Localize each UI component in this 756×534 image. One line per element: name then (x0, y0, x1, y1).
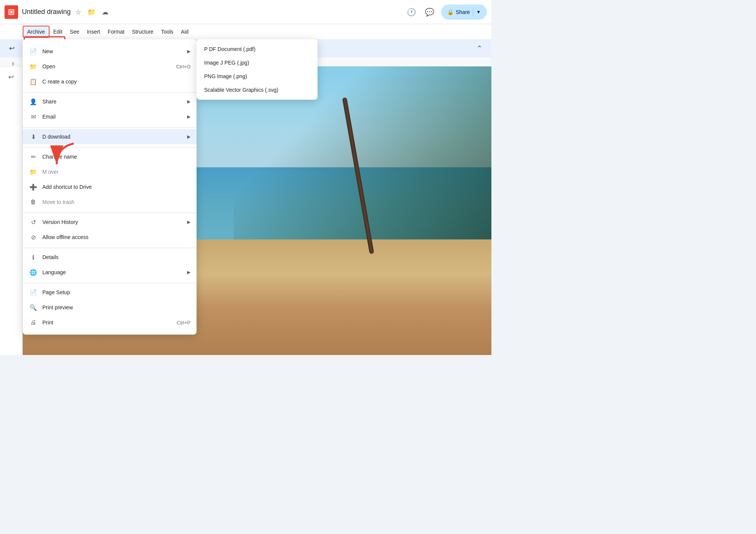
open-label: Open (42, 63, 172, 69)
menu-item-page-setup[interactable]: 📄 Page Setup (23, 285, 197, 300)
menu-item-structure[interactable]: Structure (128, 26, 157, 37)
menu-item-share[interactable]: 👤 Share ▶ (23, 94, 197, 109)
app-icon (5, 5, 18, 19)
svg-point-1 (10, 11, 12, 13)
menu-item-create-copy[interactable]: 📋 C reate a copy (23, 74, 197, 89)
menu-item-edit[interactable]: Edit (50, 26, 66, 37)
open-shortcut: Ctrl+O (176, 64, 191, 69)
menu-item-version-history[interactable]: ↺ Version History ▶ (23, 215, 197, 230)
file-menu-dropdown: 📄 New ▶ 📁 Open Ctrl+O 📋 C reate a copy 👤… (23, 39, 197, 335)
menu-section-7: 📄 Page Setup 🔍 Print preview 🖨 Print Ctr… (23, 283, 197, 332)
details-label: Details (42, 254, 191, 260)
shortcut-icon: ➕ (29, 182, 38, 191)
share-menu-label: Share (42, 99, 183, 105)
menu-item-details[interactable]: ℹ Details (23, 250, 197, 265)
email-label: Email (42, 114, 183, 120)
collapse-button[interactable]: ⌃ (474, 42, 485, 55)
lock-icon: 🔒 (447, 9, 454, 15)
print-icon: 🖨 (29, 318, 38, 327)
menu-item-aid[interactable]: Aid (177, 26, 192, 37)
page-setup-label: Page Setup (42, 289, 191, 295)
top-bar: Untitled drawing ☆ 📁 ☁ 🕐 💬 🔒 Share ▼ (0, 0, 491, 24)
left-panel: ↩ (0, 66, 23, 355)
menu-item-add-shortcut[interactable]: ➕ Add shortcut to Drive (23, 179, 197, 194)
share-arrow: ▶ (187, 99, 191, 104)
menu-item-offline[interactable]: ⊘ Allow offline access (23, 230, 197, 245)
open-icon: 📁 (29, 62, 38, 71)
share-divider (473, 8, 473, 17)
print-shortcut: Ctrl+P (177, 320, 191, 326)
menu-section-2: 👤 Share ▶ ✉ Email ▶ (23, 92, 197, 126)
print-label: Print (42, 319, 172, 326)
version-arrow: ▶ (187, 219, 191, 225)
menu-item-archive[interactable]: Archive (23, 26, 50, 38)
undo-button[interactable]: ↩ (6, 42, 18, 55)
comments-icon[interactable]: 💬 (423, 5, 437, 19)
email-icon: ✉ (29, 112, 38, 121)
menu-item-email[interactable]: ✉ Email ▶ (23, 109, 197, 124)
offline-icon: ⊘ (29, 233, 38, 242)
menu-item-rename[interactable]: ✏ Chan he name (23, 149, 197, 164)
move-label: M over (42, 169, 191, 175)
menu-section-6: ℹ Details 🌐 Language ▶ (23, 248, 197, 281)
download-icon: ⬇ (29, 132, 38, 141)
trash-label: Move to trash (42, 199, 191, 205)
document-title: Untitled drawing (22, 8, 71, 16)
menu-item-language[interactable]: 🌐 Language ▶ (23, 265, 197, 280)
shortcut-label: Add shortcut to Drive (42, 184, 191, 190)
toolbar-right: ⌃ (474, 42, 485, 55)
new-arrow: ▶ (187, 49, 191, 54)
title-icons: ☆ 📁 ☁ (74, 6, 110, 18)
copy-icon: 📋 (29, 77, 38, 86)
language-arrow: ▶ (187, 270, 191, 275)
submenu-png[interactable]: PNG Image (.png) (197, 69, 318, 83)
download-arrow: ▶ (187, 134, 191, 139)
menu-item-insert[interactable]: Insert (83, 26, 104, 37)
new-icon: 📄 (29, 47, 38, 56)
menu-section-5: ↺ Version History ▶ ⊘ Allow offline acce… (23, 213, 197, 246)
download-label: D download (42, 134, 183, 140)
move-icon: 📁 (29, 167, 38, 176)
details-icon: ℹ (29, 253, 38, 262)
menu-item-new[interactable]: 📄 New ▶ (23, 44, 197, 59)
menu-item-tools[interactable]: Tools (157, 26, 177, 37)
top-right-actions: 🕐 💬 🔒 Share ▼ (405, 5, 487, 20)
menu-item-move[interactable]: 📁 M over (23, 164, 197, 179)
menu-section-3: ⬇ D download ▶ (23, 127, 197, 146)
submenu-svg[interactable]: Scalable Vector Graphics (.svg) (197, 83, 318, 97)
star-icon[interactable]: ☆ (74, 6, 83, 18)
version-label: Version History (42, 219, 183, 225)
menu-item-open[interactable]: 📁 Open Ctrl+O (23, 59, 197, 74)
language-icon: 🌐 (29, 268, 38, 277)
cloud-icon[interactable]: ☁ (100, 6, 110, 18)
print-preview-label: Print preview (42, 304, 191, 310)
share-button[interactable]: 🔒 Share ▼ (441, 5, 487, 20)
menu-bar: Archive Edit See Insert Format Structure… (0, 24, 491, 39)
ruler-num-8: 8 (6, 62, 20, 66)
new-label: New (42, 48, 183, 54)
menu-item-format[interactable]: Format (104, 26, 128, 37)
page-setup-icon: 📄 (29, 288, 38, 297)
share-dropdown-arrow[interactable]: ▼ (476, 9, 481, 15)
rename-label: Chan he name (42, 154, 191, 160)
menu-item-see[interactable]: See (66, 26, 83, 37)
folder-icon[interactable]: 📁 (86, 6, 97, 18)
email-arrow: ▶ (187, 114, 191, 119)
menu-item-download[interactable]: ⬇ D download ▶ (23, 129, 197, 144)
menu-item-trash[interactable]: 🗑 Move to trash (23, 194, 197, 210)
share-icon: 👤 (29, 97, 38, 106)
create-copy-label: C reate a copy (42, 79, 191, 85)
submenu-jpg[interactable]: Image J PEG (.jpg) (197, 56, 318, 69)
print-preview-icon: 🔍 (29, 303, 38, 312)
history-icon[interactable]: 🕐 (405, 5, 418, 19)
menu-section-1: 📄 New ▶ 📁 Open Ctrl+O 📋 C reate a copy (23, 42, 197, 91)
menu-item-print[interactable]: 🖨 Print Ctrl+P (23, 315, 197, 330)
menu-item-print-preview[interactable]: 🔍 Print preview (23, 300, 197, 315)
download-submenu: P DF Document (.pdf) Image J PEG (.jpg) … (197, 39, 318, 100)
version-icon: ↺ (29, 218, 38, 227)
submenu-pdf[interactable]: P DF Document (.pdf) (197, 42, 318, 56)
language-label: Language (42, 269, 183, 275)
back-button[interactable]: ↩ (4, 69, 19, 85)
share-label: Share (456, 9, 470, 15)
rename-icon: ✏ (29, 152, 38, 161)
